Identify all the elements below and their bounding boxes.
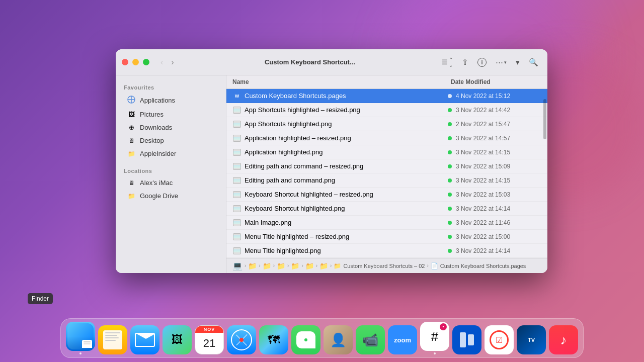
info-button[interactable]: i	[474, 56, 490, 69]
dock-item-contacts[interactable]: 👤	[324, 325, 353, 354]
path-chevron-3: ›	[273, 263, 275, 268]
table-row[interactable]: Menu Title highlighted.png3 Nov 2022 at …	[226, 244, 547, 258]
sidebar-item-pictures[interactable]: 🖼 Pictures	[119, 108, 223, 121]
sidebar-item-imac[interactable]: 🖥 Alex's iMac	[119, 176, 223, 189]
dock-item-messages[interactable]	[291, 325, 320, 354]
path-segment-6[interactable]: 📁	[305, 262, 314, 270]
path-file-icon: 📄	[431, 262, 438, 269]
safari-app-icon	[227, 325, 256, 354]
table-row[interactable]: App Shortcuts highlighted.png2 Nov 2022 …	[226, 117, 547, 131]
slack-running-dot	[434, 352, 436, 354]
table-row[interactable]: Application highlighted – resized.png3 N…	[226, 131, 547, 145]
applications-label: Applications	[140, 97, 175, 104]
googledrive-icon: 📁	[127, 193, 136, 200]
teamviewer-app-icon: TV	[517, 325, 546, 354]
file-name-label: App Shortcuts highlighted – resized.png	[245, 106, 444, 114]
file-type-icon	[232, 232, 242, 241]
table-row[interactable]: Menu Title highlighted – resized.png3 No…	[226, 230, 547, 244]
table-row[interactable]: Keyboard Shortcut highlighted.png3 Nov 2…	[226, 202, 547, 216]
file-type-icon	[232, 106, 242, 115]
view-options-button[interactable]: ☰ ⌃⌄	[439, 55, 456, 70]
file-date-label: 3 Nov 2022 at 14:57	[456, 135, 541, 142]
file-status-dot	[448, 136, 452, 140]
action-button[interactable]: ⋯ ▾	[493, 56, 510, 69]
dock-item-preview[interactable]: 🖼	[163, 325, 192, 354]
table-row[interactable]: Editing path and command – resized.png3 …	[226, 159, 547, 173]
dock-item-zoom[interactable]: zoom	[388, 325, 417, 354]
appleinsider-icon: 📁	[127, 150, 136, 157]
path-segment-file[interactable]: 📄 Custom Keyboard Shortcuts.pages	[431, 262, 526, 269]
file-type-icon	[232, 218, 242, 227]
sidebar-item-downloads[interactable]: ⊕ Downloads	[119, 121, 223, 134]
googledrive-label: Google Drive	[140, 192, 178, 200]
dock-item-safari[interactable]	[227, 325, 256, 354]
close-button[interactable]	[122, 59, 128, 65]
music-app-icon: ♪	[549, 325, 578, 354]
trello-app-icon	[452, 325, 481, 354]
table-row[interactable]: Keyboard Shortcut highlighted – resized.…	[226, 188, 547, 202]
dock-item-facetime[interactable]: 📹	[356, 325, 385, 354]
dock-item-music[interactable]: ♪	[549, 325, 578, 354]
list-icon: ☰	[442, 58, 448, 66]
file-name-label: Editing path and command.png	[245, 176, 444, 184]
table-row[interactable]: WCustom Keyboard Shortcuts.pages4 Nov 20…	[226, 89, 547, 103]
sidebar-item-googledrive[interactable]: 📁 Google Drive	[119, 190, 223, 202]
path-segment-7[interactable]: 📁	[319, 262, 328, 270]
facetime-app-icon: 📹	[356, 325, 385, 354]
dock-item-trello[interactable]	[452, 325, 481, 354]
dock-item-reminders[interactable]: ☑	[485, 325, 514, 354]
path-segment-3[interactable]: 📁	[263, 262, 271, 270]
minimize-button[interactable]	[132, 59, 139, 65]
dock-item-teamviewer[interactable]: TV	[517, 325, 546, 354]
column-name: Name	[232, 78, 451, 85]
table-row[interactable]: Editing path and command.png3 Nov 2022 a…	[226, 173, 547, 188]
maximize-button[interactable]	[143, 59, 149, 65]
file-date-label: 4 Nov 2022 at 15:12	[456, 93, 541, 100]
file-status-dot	[448, 207, 452, 211]
table-row[interactable]: Main Image.png3 Nov 2022 at 11:46	[226, 216, 547, 230]
path-chevron-8: ›	[427, 263, 428, 268]
search-icon: 🔍	[529, 58, 538, 67]
path-segment-5[interactable]: 📁	[291, 262, 299, 270]
messages-app-icon	[291, 325, 320, 354]
file-list-area: Name Date Modified WCustom Keyboard Shor…	[226, 75, 547, 273]
file-status-dot	[448, 193, 452, 197]
locations-section-title: Locations	[116, 165, 226, 176]
view-switcher-button[interactable]: ▾	[513, 56, 523, 69]
preview-app-icon: 🖼	[163, 325, 192, 354]
sidebar-item-desktop[interactable]: 🖥 Desktop	[119, 134, 223, 147]
path-segment-folder[interactable]: 📁 Custom Keyboard Shortcuts – 02	[334, 262, 425, 269]
path-segment-2[interactable]: 📁	[248, 262, 257, 270]
file-name-label: Editing path and command – resized.png	[245, 162, 444, 170]
dock-item-notes[interactable]	[98, 325, 127, 354]
file-date-label: 3 Nov 2022 at 14:14	[456, 247, 541, 254]
file-name-label: Application highlighted.png	[245, 148, 444, 156]
toolbar-right: ☰ ⌃⌄ ⇧ i ⋯ ▾ ▾ 🔍	[439, 55, 541, 70]
dock-item-mail[interactable]	[130, 325, 159, 354]
file-type-icon	[232, 148, 242, 157]
path-chevron-1: ›	[245, 263, 246, 268]
back-button[interactable]: ‹	[157, 56, 166, 69]
dock-item-maps[interactable]: 🗺	[259, 325, 288, 354]
dock-item-calendar[interactable]: NOV21	[195, 325, 224, 354]
imac-icon: 🖥	[127, 179, 136, 187]
table-row[interactable]: App Shortcuts highlighted – resized.png3…	[226, 103, 547, 117]
title-bar: ‹ › Custom Keyboard Shortcut... ☰ ⌃⌄ ⇧ i…	[116, 49, 547, 75]
share-icon: ⇧	[462, 58, 468, 67]
sidebar-item-appleinsider[interactable]: 📁 AppleInsider	[119, 147, 223, 160]
forward-button[interactable]: ›	[168, 56, 177, 69]
file-type-icon	[232, 176, 242, 185]
path-segment-1[interactable]: 💻	[232, 261, 243, 270]
table-row[interactable]: Application highlighted.png3 Nov 2022 at…	[226, 145, 547, 159]
file-type-icon	[232, 246, 242, 255]
file-name-label: Keyboard Shortcut highlighted – resized.…	[245, 191, 444, 198]
scrollbar-thumb[interactable]	[543, 99, 546, 139]
file-type-icon	[232, 204, 242, 213]
dock-item-slack[interactable]: #•	[420, 322, 449, 354]
sidebar-item-applications[interactable]: Applications	[119, 93, 223, 108]
dock-item-finder[interactable]	[66, 322, 95, 354]
file-status-dot	[448, 150, 452, 154]
share-button[interactable]: ⇧	[459, 56, 471, 69]
path-segment-4[interactable]: 📁	[277, 262, 285, 270]
search-button[interactable]: 🔍	[526, 56, 541, 69]
